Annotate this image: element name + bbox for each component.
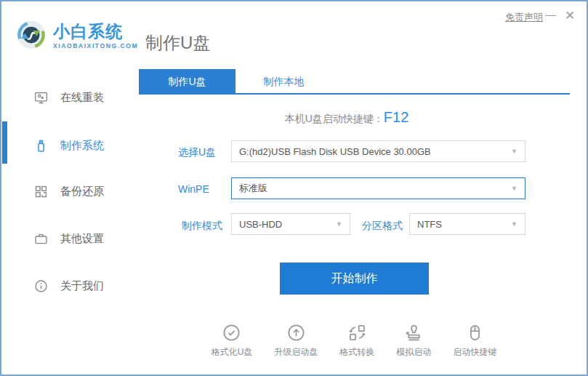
tool-label: 启动快捷键 — [453, 346, 496, 359]
usb-drive-icon — [33, 138, 49, 153]
sidebar-item-other-settings[interactable]: 其他设置 — [33, 228, 104, 249]
tool-format-convert[interactable]: 格式转换 — [339, 323, 374, 359]
xiaobai-logo-icon — [16, 20, 47, 50]
tool-label: 格式化U盘 — [212, 346, 253, 359]
convert-icon — [347, 323, 367, 343]
toolbox-icon — [33, 231, 49, 247]
page-title: 制作U盘 — [145, 31, 210, 55]
tool-label: 模拟启动 — [396, 346, 431, 359]
chevron-down-icon: ▼ — [336, 220, 342, 228]
format-check-icon — [222, 323, 241, 343]
backup-grid-icon — [33, 184, 49, 199]
logo-subtitle: XIAOBAIXITONG.COM — [53, 43, 138, 49]
simulate-stamp-icon — [404, 323, 424, 343]
logo-text: 小白系统 XIAOBAIXITONG.COM — [53, 23, 138, 49]
chevron-down-icon: ▼ — [511, 220, 517, 228]
disclaimer-link[interactable]: 免责声明 — [505, 11, 543, 24]
logo-title: 小白系统 — [53, 23, 138, 40]
usb-select-label: 选择U盘 — [178, 146, 216, 159]
sidebar-item-label: 关于我们 — [60, 279, 104, 293]
tool-simulate-boot[interactable]: 模拟启动 — [396, 323, 431, 359]
sidebar-item-online-reinstall[interactable]: 在线重装 — [33, 87, 104, 108]
upgrade-arrow-icon — [286, 323, 306, 343]
monitor-icon — [33, 90, 49, 105]
hotkey-mouse-icon — [465, 323, 485, 343]
active-item-indicator — [2, 121, 7, 164]
sidebar-item-label: 备份还原 — [60, 185, 104, 199]
sidebar-item-label: 其他设置 — [60, 232, 104, 246]
minimize-button[interactable]: — — [545, 8, 556, 20]
winpe-select-value: 标准版 — [239, 182, 267, 195]
mode-select-value: USB-HDD — [239, 219, 282, 230]
tool-label: 升级启动盘 — [274, 346, 318, 359]
footer-toolbar: 格式化U盘 升级启动盘 格式转换 — [136, 323, 572, 359]
tool-label: 格式转换 — [339, 346, 374, 359]
partition-select-dropdown[interactable]: NTFS ▼ — [409, 213, 525, 235]
chevron-down-icon: ▼ — [511, 148, 517, 155]
tab-make-local[interactable]: 制作本地 — [235, 69, 332, 94]
sidebar-item-make-system[interactable]: 制作系统 — [33, 135, 104, 156]
chevron-down-icon: ▼ — [511, 185, 517, 192]
partition-select-label: 分区格式 — [362, 220, 403, 233]
tool-upgrade-boot-disk[interactable]: 升级启动盘 — [274, 323, 318, 359]
boot-hotkey-value: F12 — [384, 109, 408, 125]
tab-underline — [139, 93, 570, 95]
mode-select-dropdown[interactable]: USB-HDD ▼ — [231, 213, 350, 235]
sidebar-item-about-us[interactable]: 关于我们 — [33, 275, 104, 297]
sidebar-item-label: 制作系统 — [60, 139, 104, 153]
winpe-select-label: WinPE — [178, 183, 209, 195]
info-icon — [33, 279, 49, 294]
usb-select-value: G:(hd2)USB Flash Disk USB Device 30.00GB — [239, 146, 431, 157]
tool-boot-hotkey[interactable]: 启动快捷键 — [453, 323, 496, 359]
winpe-select-dropdown[interactable]: 标准版 ▼ — [231, 177, 525, 199]
sidebar-item-backup-restore[interactable]: 备份还原 — [33, 180, 104, 202]
tab-make-usb[interactable]: 制作U盘 — [139, 69, 235, 94]
mode-select-label: 制作模式 — [182, 220, 222, 233]
partition-select-value: NTFS — [417, 219, 442, 230]
start-make-button[interactable]: 开始制作 — [280, 263, 429, 295]
usb-select-dropdown[interactable]: G:(hd2)USB Flash Disk USB Device 30.00GB… — [231, 140, 525, 162]
app-window: 小白系统 XIAOBAIXITONG.COM 制作U盘 免责声明 — ✕ 在线重… — [0, 0, 588, 376]
boot-hotkey-label: 本机U盘启动快捷键： — [285, 113, 384, 124]
boot-hotkey-line: 本机U盘启动快捷键：F12 — [136, 109, 557, 126]
sidebar-item-label: 在线重装 — [60, 91, 104, 105]
tool-format-usb[interactable]: 格式化U盘 — [212, 323, 253, 359]
close-button[interactable]: ✕ — [565, 8, 575, 23]
